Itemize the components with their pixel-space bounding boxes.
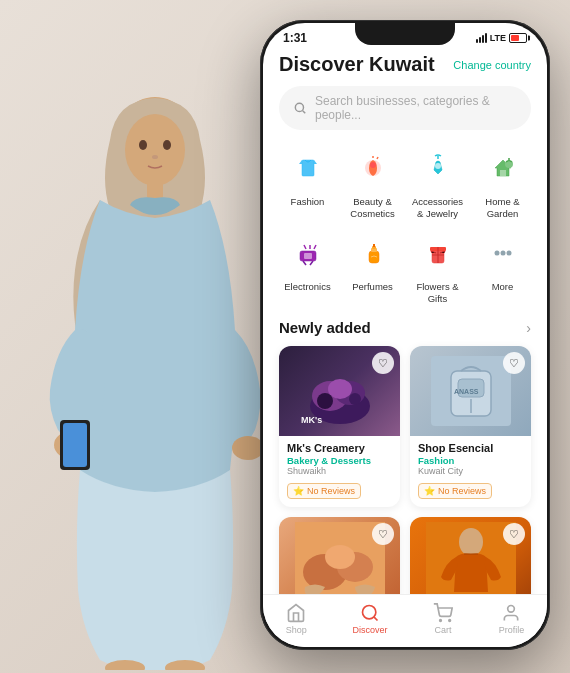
card-image-creamery: MK's ♡ (279, 346, 400, 436)
svg-point-39 (500, 250, 505, 255)
svg-point-45 (317, 393, 333, 409)
svg-point-12 (295, 103, 303, 111)
signal-bar-2 (479, 37, 481, 43)
card-rating-creamery: ⭐ No Reviews (287, 483, 361, 499)
star-icon-creamery: ⭐ (293, 486, 304, 496)
svg-point-65 (508, 606, 515, 613)
home-icon (479, 144, 527, 192)
accessories-icon (414, 144, 462, 192)
svg-point-59 (459, 528, 483, 556)
svg-rect-30 (369, 251, 379, 263)
svg-point-40 (506, 250, 511, 255)
svg-point-11 (165, 660, 205, 670)
category-accessories[interactable]: Accessories & Jewelry (409, 144, 466, 221)
nav-cart[interactable]: Cart (433, 603, 453, 635)
see-all-arrow[interactable]: › (526, 320, 531, 336)
fashion-label: Fashion (291, 196, 325, 208)
perfumes-icon (349, 229, 397, 277)
card-location-creamery: Shuwaikh (287, 466, 392, 476)
nav-cart-label: Cart (435, 625, 452, 635)
section-title: Newly added (279, 319, 371, 336)
nav-profile-label: Profile (499, 625, 525, 635)
svg-point-46 (349, 393, 361, 405)
fashion-icon (284, 144, 332, 192)
svg-rect-5 (147, 180, 163, 200)
svg-point-56 (325, 545, 355, 569)
category-home[interactable]: Home & Garden (474, 144, 531, 221)
cart-icon (433, 603, 453, 623)
flowers-label: Flowers & Gifts (409, 281, 466, 306)
category-perfumes[interactable]: Perfumes (344, 229, 401, 306)
category-fashion[interactable]: Fashion (279, 144, 336, 221)
change-country-link[interactable]: Change country (453, 59, 531, 71)
nav-shop[interactable]: Shop (286, 603, 307, 635)
svg-point-2 (139, 140, 147, 150)
nav-discover-label: Discover (352, 625, 387, 635)
scene: 1:31 LTE (0, 0, 570, 673)
more-label: More (492, 281, 514, 293)
beauty-label: Beauty & Cosmetics (344, 196, 401, 221)
signal-bars (476, 33, 487, 43)
accessories-label: Accessories & Jewelry (409, 196, 466, 221)
home-label: Home & Garden (474, 196, 531, 221)
electronics-icon (284, 229, 332, 277)
category-more[interactable]: More (474, 229, 531, 306)
app-header: Discover Kuwait Change country (279, 49, 531, 76)
category-electronics[interactable]: Electronics (279, 229, 336, 306)
search-icon (293, 101, 307, 115)
card-rating-esencial: ⭐ No Reviews (418, 483, 492, 499)
business-cards-grid: MK's ♡ Mk's Creamery Bakery & Desserts S… (279, 346, 531, 607)
business-card-shop-esencial[interactable]: ANASS ♡ Shop Esencial Fashion Kuwait Cit… (410, 346, 531, 507)
svg-point-63 (440, 620, 442, 622)
svg-rect-21 (500, 170, 506, 176)
card-category-esencial: Fashion (418, 455, 523, 466)
card-location-esencial: Kuwait City (418, 466, 523, 476)
signal-bar-3 (482, 35, 484, 43)
status-right: LTE (476, 33, 527, 43)
page-title: Discover Kuwait (279, 53, 435, 76)
card-name-esencial: Shop Esencial (418, 442, 523, 454)
lte-label: LTE (490, 33, 506, 43)
profile-icon (501, 603, 521, 623)
svg-line-62 (374, 617, 378, 621)
svg-point-61 (362, 606, 375, 619)
svg-point-19 (435, 163, 441, 169)
flowers-icon (414, 229, 462, 277)
categories-grid: Fashion (279, 144, 531, 305)
star-icon-esencial: ⭐ (424, 486, 435, 496)
shop-icon (286, 603, 306, 623)
business-card-mks-creamery[interactable]: MK's ♡ Mk's Creamery Bakery & Desserts S… (279, 346, 400, 507)
category-flowers[interactable]: Flowers & Gifts (409, 229, 466, 306)
svg-line-27 (303, 261, 306, 265)
card-category-creamery: Bakery & Desserts (287, 455, 392, 466)
svg-rect-29 (304, 253, 312, 259)
card-info-esencial: Shop Esencial Fashion Kuwait City ⭐ No R… (410, 436, 531, 507)
svg-point-10 (105, 660, 145, 670)
app-content: Discover Kuwait Change country Search bu… (263, 49, 547, 629)
svg-point-6 (54, 431, 90, 459)
nav-shop-label: Shop (286, 625, 307, 635)
svg-point-3 (163, 140, 171, 150)
phone-frame: 1:31 LTE (260, 20, 550, 650)
svg-rect-7 (60, 420, 90, 470)
phone-notch (355, 23, 455, 45)
more-icon (479, 229, 527, 277)
search-bar[interactable]: Search businesses, categories & people..… (279, 86, 531, 130)
svg-point-16 (370, 162, 376, 168)
card-name-creamery: Mk's Creamery (287, 442, 392, 454)
category-beauty[interactable]: Beauty & Cosmetics (344, 144, 401, 221)
nav-profile[interactable]: Profile (499, 603, 525, 635)
electronics-label: Electronics (284, 281, 330, 293)
search-placeholder-text: Search businesses, categories & people..… (315, 94, 517, 122)
card-info-creamery: Mk's Creamery Bakery & Desserts Shuwaikh… (279, 436, 400, 507)
svg-text:MK's: MK's (301, 415, 322, 425)
discover-icon (360, 603, 380, 623)
svg-line-13 (303, 111, 306, 114)
nav-discover[interactable]: Discover (352, 603, 387, 635)
card-image-esencial: ANASS ♡ (410, 346, 531, 436)
perfumes-label: Perfumes (352, 281, 393, 293)
status-time: 1:31 (283, 31, 307, 45)
svg-rect-8 (63, 423, 87, 467)
battery-fill (511, 35, 519, 41)
woman-figure (0, 50, 260, 650)
